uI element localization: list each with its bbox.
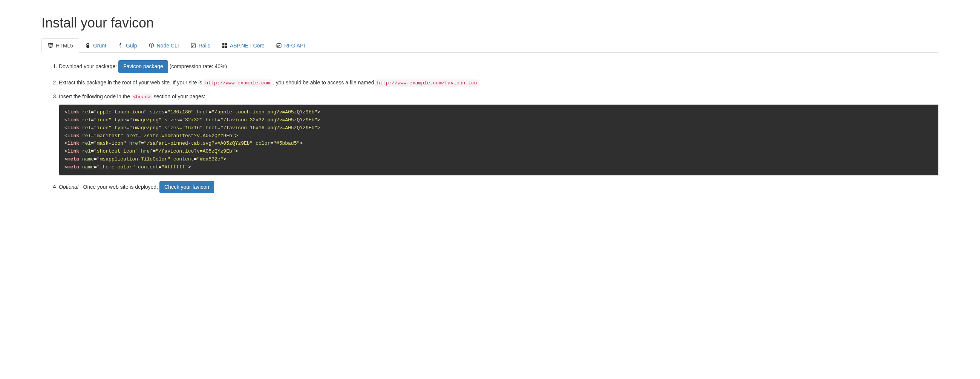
step-3-prefix: Insert the following code in the [59, 94, 132, 100]
step-1-prefix: Download your package: [59, 63, 117, 69]
tab-label: Gulp [126, 43, 137, 49]
tab-label: HTML5 [56, 43, 73, 49]
tab-node-cli[interactable]: Node CLI [143, 38, 185, 53]
tab-label: Rails [199, 43, 210, 49]
tab-bar: HTML5 Grunt Gulp Node CLI Rails ASP.NET … [41, 38, 939, 53]
head-code: <head> [132, 94, 152, 101]
grunt-icon [85, 43, 91, 49]
tab-label: ASP.NET Core [230, 43, 265, 49]
tab-gulp[interactable]: Gulp [112, 38, 143, 53]
tab-label: RFG API [284, 43, 305, 49]
step-2-suffix: . [479, 79, 480, 86]
step-2-prefix: Extract this package in the root of your… [59, 79, 204, 86]
html5-icon [48, 43, 54, 49]
favicon-package-button[interactable]: Favicon package [118, 60, 168, 73]
step-4-text: - Once your web site is deployed, [78, 184, 159, 189]
svg-rect-0 [191, 43, 195, 48]
nodejs-icon [148, 43, 154, 49]
gulp-icon [118, 43, 124, 49]
windows-icon [222, 43, 228, 49]
tab-content: Download your package: Favicon package (… [41, 60, 939, 193]
tab-label: Grunt [93, 43, 106, 49]
step-3: Insert the following code in the <head> … [59, 92, 939, 175]
svg-rect-1 [223, 43, 224, 45]
optional-label: Optional [59, 184, 78, 189]
step-3-suffix: section of your pages: [154, 94, 205, 100]
tab-rails[interactable]: Rails [185, 38, 216, 53]
example-url-code: http://www.example.com [204, 79, 271, 87]
check-favicon-button[interactable]: Check your favicon [159, 181, 214, 193]
tab-html5[interactable]: HTML5 [41, 38, 79, 53]
step-1-suffix: (compression rate: 40%) [170, 63, 227, 69]
page-title: Install your favicon [41, 15, 939, 31]
svg-rect-5 [277, 44, 281, 48]
svg-point-6 [277, 45, 278, 47]
step-2-mid: , you should be able to access a file na… [273, 79, 375, 86]
code-block[interactable]: <link rel="apple-touch-icon" sizes="180x… [59, 105, 939, 175]
favicon-url-code: http://www.example.com/favicon.ico [375, 79, 478, 87]
svg-rect-3 [223, 46, 224, 48]
tab-label: Node CLI [157, 43, 179, 49]
rails-icon [190, 43, 196, 49]
svg-rect-2 [224, 43, 226, 45]
svg-rect-4 [224, 46, 226, 48]
tab-rfg-api[interactable]: RFG API [270, 38, 310, 53]
api-icon [276, 43, 282, 49]
tab-aspnet[interactable]: ASP.NET Core [216, 38, 270, 53]
step-4: Optional - Once your web site is deploye… [59, 181, 939, 193]
step-1: Download your package: Favicon package (… [59, 60, 939, 73]
tab-grunt[interactable]: Grunt [79, 38, 112, 53]
step-2: Extract this package in the root of your… [59, 78, 939, 87]
